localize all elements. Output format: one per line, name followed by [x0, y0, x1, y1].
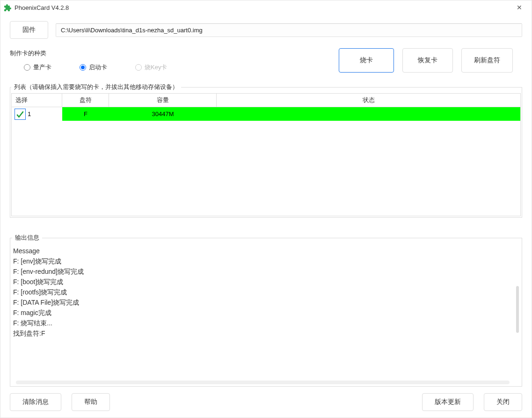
cell-status [217, 107, 520, 121]
message-line: F: 烧写结束... [13, 318, 518, 328]
message-line: F: [env-redund]烧写完成 [13, 266, 518, 277]
action-buttons: 烧卡 恢复卡 刷新盘符 [339, 48, 522, 73]
row-index: 1 [28, 110, 31, 117]
table-body: 1 F 30447M [12, 107, 520, 216]
app-window: PhoenixCard V4.2.8 ✕ 固件 C:\Users\li\Down… [0, 0, 532, 418]
message-header: Message [13, 246, 518, 256]
message-line: F: [env]烧写完成 [13, 256, 518, 266]
radio-icon [80, 64, 86, 71]
firmware-path-input[interactable]: C:\Users\li\Downloads\tina_d1s-nezha_sd_… [56, 23, 522, 37]
radio-icon [24, 64, 30, 71]
window-title: PhoenixCard V4.2.8 [15, 4, 511, 11]
check-update-button[interactable]: 版本更新 [422, 393, 474, 411]
footer-buttons: 清除消息 帮助 版本更新 关闭 [10, 387, 522, 411]
th-status: 状态 [217, 94, 520, 107]
cell-capacity: 30447M [109, 107, 217, 121]
th-capacity: 容量 [109, 94, 217, 107]
titlebar: PhoenixCard V4.2.8 ✕ [0, 0, 532, 15]
radio-label: 烧Key卡 [145, 63, 167, 72]
message-line: F: magic完成 [13, 308, 518, 318]
th-drive: 盘符 [62, 94, 109, 107]
cardtype-legend: 制作卡的种类 [10, 49, 167, 58]
drive-list-legend: 列表（请确保插入需要烧写的卡，并拔出其他移动存储设备） [11, 83, 181, 91]
firmware-button[interactable]: 固件 [10, 21, 48, 39]
radio-boot-card[interactable]: 启动卡 [80, 63, 107, 72]
th-select: 选择 [12, 94, 62, 107]
cardtype-and-actions: 制作卡的种类 量产卡 启动卡 烧Key卡 [10, 46, 522, 74]
app-icon [4, 4, 12, 11]
radio-mass-card[interactable]: 量产卡 [24, 63, 51, 72]
message-line: F: [boot]烧写完成 [13, 277, 518, 287]
refresh-drives-button[interactable]: 刷新盘符 [461, 48, 513, 73]
cardtype-radios: 量产卡 启动卡 烧Key卡 [10, 60, 167, 74]
close-icon[interactable]: ✕ [511, 4, 528, 11]
checkbox-icon[interactable] [15, 109, 26, 120]
content-area: 固件 C:\Users\li\Downloads\tina_d1s-nezha_… [0, 15, 532, 418]
table-header: 选择 盘符 容量 状态 [12, 93, 520, 107]
horizontal-scrollbar[interactable] [16, 381, 510, 384]
burn-button[interactable]: 烧卡 [339, 48, 394, 73]
firmware-row: 固件 C:\Users\li\Downloads\tina_d1s-nezha_… [10, 15, 522, 44]
cardtype-group: 制作卡的种类 量产卡 启动卡 烧Key卡 [10, 49, 167, 74]
message-line: F: [rootfs]烧写完成 [13, 287, 518, 297]
drive-table: 选择 盘符 容量 状态 1 F 30447M [11, 93, 521, 216]
radio-label: 启动卡 [89, 63, 107, 72]
table-row[interactable]: 1 F 30447M [12, 107, 520, 121]
radio-label: 量产卡 [33, 63, 51, 72]
help-button[interactable]: 帮助 [72, 393, 110, 411]
vertical-scrollbar[interactable] [516, 286, 519, 333]
spacer [120, 393, 412, 411]
radio-icon [135, 64, 142, 71]
cell-drive: F [62, 107, 109, 121]
close-button[interactable]: 关闭 [484, 393, 522, 411]
cell-select[interactable]: 1 [12, 107, 62, 121]
output-group: 输出信息 Message F: [env]烧写完成 F: [env-redund… [10, 234, 522, 387]
message-box[interactable]: Message F: [env]烧写完成 F: [env-redund]烧写完成… [12, 244, 521, 385]
message-line: 找到盘符:F [13, 328, 518, 338]
message-line: F: [DATA File]烧写完成 [13, 297, 518, 308]
drive-list-group: 列表（请确保插入需要烧写的卡，并拔出其他移动存储设备） 选择 盘符 容量 状态 … [10, 83, 522, 218]
output-legend: 输出信息 [12, 234, 42, 242]
radio-key-card: 烧Key卡 [135, 63, 167, 72]
restore-button[interactable]: 恢复卡 [402, 48, 453, 73]
clear-messages-button[interactable]: 清除消息 [10, 393, 61, 411]
